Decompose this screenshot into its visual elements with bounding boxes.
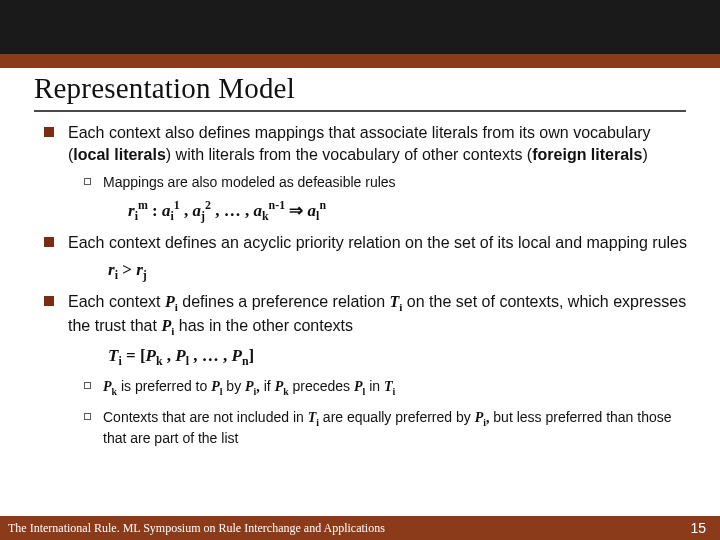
t: precedes bbox=[289, 378, 354, 394]
subbullet-3-text: Contexts that are not included in Ti are… bbox=[103, 408, 690, 448]
page-number: 15 bbox=[690, 520, 706, 536]
square-bullet-icon bbox=[44, 296, 54, 306]
t: by bbox=[222, 378, 245, 394]
hollow-square-bullet-icon bbox=[84, 382, 91, 389]
formula-trust-list: Ti = [Pk , Pl , … , Pn] bbox=[108, 346, 690, 369]
bullet-2-text: Each context defines an acyclic priority… bbox=[68, 232, 687, 254]
subbullet-2-text: Pk is preferred to Pl by Pi, if Pk prece… bbox=[103, 377, 395, 398]
subbullet-1: Mappings are also modeled as defeasible … bbox=[84, 173, 690, 192]
square-bullet-icon bbox=[44, 237, 54, 247]
hollow-square-bullet-icon bbox=[84, 178, 91, 185]
t: has in the other contexts bbox=[174, 317, 353, 334]
t: Contexts that are not included in bbox=[103, 409, 308, 425]
subbullet-3: Contexts that are not included in Ti are… bbox=[84, 408, 690, 448]
subbullet-2: Pk is preferred to Pl by Pi, if Pk prece… bbox=[84, 377, 690, 398]
slide-title: Representation Model bbox=[34, 72, 700, 105]
t: Each context bbox=[68, 293, 165, 310]
footer-bar: The International Rule. ML Symposium on … bbox=[0, 516, 720, 540]
bullet-1: Each context also defines mappings that … bbox=[44, 122, 690, 165]
t: is preferred to bbox=[117, 378, 211, 394]
formula-priority: ri > rj bbox=[108, 260, 690, 283]
hollow-square-bullet-icon bbox=[84, 413, 91, 420]
footer-text: The International Rule. ML Symposium on … bbox=[8, 521, 385, 536]
slide-body: Each context also defines mappings that … bbox=[44, 122, 690, 452]
bullet-1-text: Each context also defines mappings that … bbox=[68, 122, 690, 165]
bullet-3: Each context Pi defines a preference rel… bbox=[44, 291, 690, 340]
title-underline bbox=[34, 110, 686, 112]
t: defines a preference relation bbox=[178, 293, 390, 310]
header-black-bar bbox=[0, 0, 720, 54]
t: if bbox=[260, 378, 275, 394]
slide: Representation Model Each context also d… bbox=[0, 0, 720, 540]
t: local literals bbox=[73, 146, 166, 163]
square-bullet-icon bbox=[44, 127, 54, 137]
title-row: Representation Model bbox=[34, 72, 700, 105]
t: ) with literals from the vocabulary of o… bbox=[166, 146, 532, 163]
subbullet-1-text: Mappings are also modeled as defeasible … bbox=[103, 173, 396, 192]
t: are equally preferred by bbox=[319, 409, 475, 425]
formula-mapping-rule: rim : ai1 , aj2 , … , akn-1 ⇒ aln bbox=[128, 198, 690, 224]
t: foreign literals bbox=[532, 146, 642, 163]
header-accent-bar bbox=[0, 0, 720, 68]
t: in bbox=[365, 378, 384, 394]
bullet-2: Each context defines an acyclic priority… bbox=[44, 232, 690, 254]
bullet-3-text: Each context Pi defines a preference rel… bbox=[68, 291, 690, 340]
t: ) bbox=[642, 146, 647, 163]
